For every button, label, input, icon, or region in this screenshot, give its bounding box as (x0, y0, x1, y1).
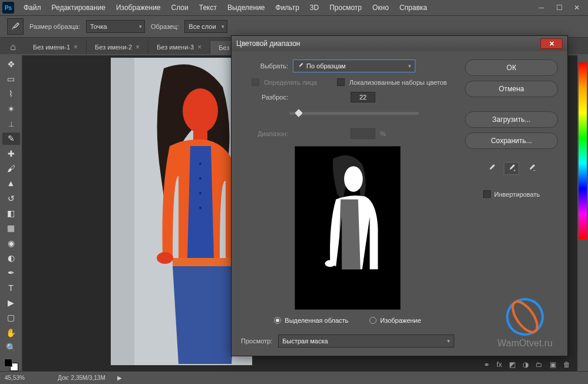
path-select-tool[interactable]: ▶ (2, 296, 20, 309)
adjustment-icon[interactable]: ◑ (523, 360, 528, 369)
svg-rect-1 (111, 58, 134, 365)
zoom-tool[interactable]: 🔍 (2, 341, 20, 353)
svg-text:−: − (533, 168, 536, 173)
type-tool[interactable]: T (2, 282, 20, 294)
chevron-down-icon: ▾ (447, 338, 450, 344)
eyedropper-add-button[interactable]: + (504, 162, 519, 175)
tab-doc1[interactable]: Без имени-1× (25, 40, 87, 54)
blur-tool[interactable]: ◉ (2, 237, 20, 249)
folder-icon[interactable]: 🗀 (536, 360, 543, 369)
tab-doc3[interactable]: Без имени-3× (148, 40, 210, 54)
sample-layers-select[interactable]: Все слои (184, 20, 227, 33)
link-icon[interactable]: ⚭ (484, 360, 490, 369)
home-icon[interactable]: ⌂ (6, 40, 20, 54)
window-controls: ─ ☐ ✕ (533, 1, 586, 14)
eyedropper-subtract-button[interactable]: − (524, 162, 539, 175)
chevron-right-icon[interactable]: ▶ (117, 375, 122, 381)
eyedropper-tool[interactable]: ✎ (2, 133, 20, 145)
menu-window[interactable]: Окно (368, 4, 394, 12)
history-brush-tool[interactable]: ↺ (2, 192, 20, 204)
pen-tool[interactable]: ✒ (2, 267, 20, 279)
new-layer-icon[interactable]: ▣ (550, 360, 556, 369)
healing-tool[interactable]: ✚ (2, 147, 20, 160)
load-button[interactable]: Загрузить... (465, 111, 558, 128)
mask-icon[interactable]: ◩ (509, 360, 516, 369)
doc-size: Док: 2,35M/3,13M (58, 375, 105, 381)
svg-point-7 (199, 207, 201, 209)
marquee-tool[interactable]: ▭ (2, 72, 20, 85)
close-icon[interactable]: × (136, 43, 140, 51)
trash-icon[interactable]: 🗑 (563, 360, 570, 369)
color-swatches[interactable] (4, 359, 18, 371)
save-button[interactable]: Сохранить... (465, 133, 558, 149)
fuzziness-input[interactable]: 22 (351, 92, 375, 102)
hand-tool[interactable]: ✋ (2, 326, 20, 339)
invert-option[interactable]: Инвертировать (465, 190, 558, 198)
shape-tool[interactable]: ▢ (2, 312, 20, 324)
ps-logo: Ps (2, 2, 14, 14)
detect-faces-checkbox (252, 78, 259, 86)
color-ramp[interactable] (579, 62, 587, 239)
fuzziness-label: Разброс: (241, 94, 288, 101)
close-icon[interactable]: × (74, 43, 78, 51)
localized-checkbox[interactable] (337, 78, 345, 86)
sample-layers-value: Все слои (189, 23, 216, 30)
close-icon[interactable]: × (197, 43, 201, 51)
radio-selection[interactable]: Выделенная область (274, 317, 348, 324)
menu-view[interactable]: Просмотр (325, 4, 366, 12)
tab-label: Без имени-1 (33, 44, 70, 51)
move-tool[interactable]: ✥ (2, 58, 20, 70)
quick-select-tool[interactable]: ✶ (2, 102, 20, 115)
menu-edit[interactable]: Редактирование (47, 4, 110, 12)
svg-point-11 (344, 166, 363, 192)
localized-label: Локализованные наборы цветов (349, 79, 447, 86)
menu-text[interactable]: Текст (194, 4, 222, 12)
cancel-button[interactable]: Отмена (465, 81, 558, 97)
menu-help[interactable]: Справка (395, 4, 432, 12)
ok-button[interactable]: ОК (465, 59, 558, 76)
menu-file[interactable]: Файл (19, 4, 46, 12)
dodge-tool[interactable]: ◐ (2, 251, 20, 264)
zoom-value[interactable]: 45,53% (5, 375, 46, 381)
sample-size-label: Размер образца: (29, 23, 80, 30)
invert-checkbox[interactable] (483, 190, 491, 198)
menu-layers[interactable]: Слои (167, 4, 193, 12)
tab-doc2[interactable]: Без имени-2× (87, 40, 148, 54)
eraser-tool[interactable]: ◧ (2, 207, 20, 219)
sample-size-value: Точка (90, 23, 107, 30)
gradient-tool[interactable]: ▦ (2, 222, 20, 234)
maximize-button[interactable]: ☐ (550, 1, 568, 14)
menu-filter[interactable]: Фильтр (271, 4, 304, 12)
eyedropper-button[interactable] (484, 162, 499, 175)
crop-tool[interactable]: ⟂ (2, 117, 20, 130)
right-panel-strip (577, 55, 588, 371)
close-button[interactable]: ✕ (568, 1, 586, 14)
select-dropdown[interactable]: По образцам ▾ (293, 59, 415, 72)
fuzziness-slider[interactable] (289, 111, 419, 119)
svg-point-5 (199, 177, 201, 180)
dialog-titlebar[interactable]: Цветовой диапазон ✕ (232, 36, 567, 51)
layers-panel-icons: ⚭ fx ◩ ◑ 🗀 ▣ 🗑 (484, 360, 570, 369)
svg-point-12 (325, 260, 335, 267)
fx-icon[interactable]: fx (497, 360, 502, 369)
brush-tool[interactable]: 🖌 (2, 162, 20, 174)
sample-size-select[interactable]: Точка (86, 20, 145, 33)
sample-label: Образец: (151, 23, 179, 30)
stamp-tool[interactable]: ▲ (2, 177, 20, 190)
dialog-close-button[interactable]: ✕ (540, 38, 563, 49)
lasso-tool[interactable]: ⌇ (2, 88, 20, 100)
menu-select[interactable]: Выделение (223, 4, 270, 12)
slider-thumb[interactable] (294, 108, 304, 118)
minimize-button[interactable]: ─ (533, 1, 550, 14)
toolbox: ✥ ▭ ⌇ ✶ ⟂ ✎ ✚ 🖌 ▲ ↺ ◧ ▦ ◉ ◐ ✒ T ▶ ▢ ✋ 🔍 (0, 55, 22, 371)
status-bar: 45,53% Док: 2,35M/3,13M ▶ (0, 371, 588, 384)
preview-mode-select[interactable]: Быстрая маска ▾ (278, 335, 454, 347)
menu-image[interactable]: Изображение (111, 4, 166, 12)
radio-image[interactable]: Изображение (369, 317, 421, 324)
menu-bar: Ps Файл Редактирование Изображение Слои … (0, 0, 588, 15)
preview-label: Просмотр: (241, 337, 272, 345)
menu-3d[interactable]: 3D (305, 4, 323, 12)
current-tool-icon[interactable] (7, 18, 24, 35)
preview-mode-value: Быстрая маска (282, 337, 328, 345)
range-label: Диапазон: (241, 130, 288, 137)
